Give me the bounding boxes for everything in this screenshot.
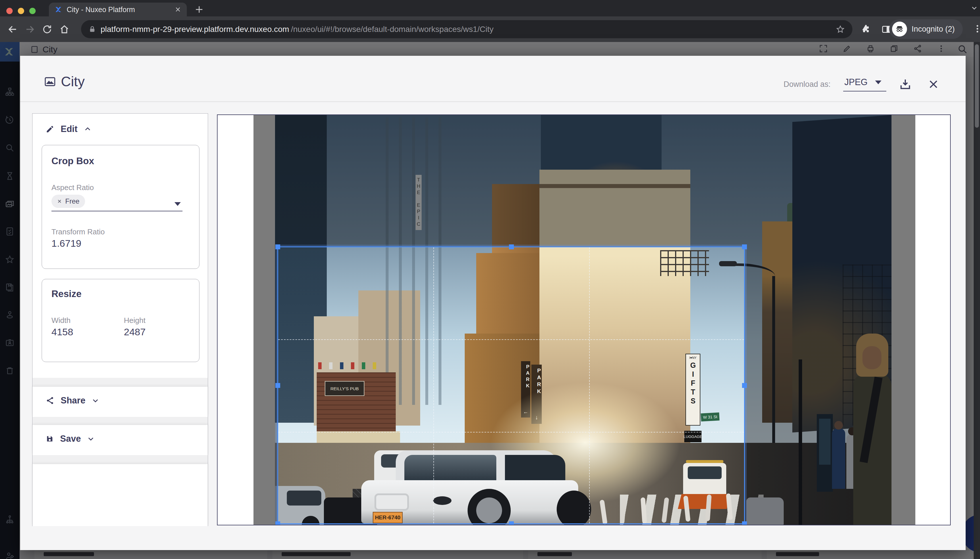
crop-handle-n[interactable]: [509, 245, 514, 249]
crop-box[interactable]: [277, 246, 745, 524]
share-chevron-down-icon: [92, 397, 99, 404]
save-icon: [46, 435, 54, 443]
aspect-select-caret-icon: [175, 202, 181, 206]
crop-guide-vertical-1: [433, 247, 434, 523]
resize-title: Resize: [51, 288, 82, 299]
panel-footer-blank: [33, 464, 208, 526]
download-button[interactable]: [899, 78, 912, 91]
url-bar[interactable]: platform-nmm-pr-29-preview.platform.dev.…: [81, 20, 852, 38]
crop-guide-horizontal-2: [278, 432, 744, 432]
extensions-puzzle-icon[interactable]: [861, 25, 871, 34]
edit-section-header[interactable]: Edit: [33, 114, 208, 134]
traffic-light-zoom[interactable]: [29, 8, 36, 14]
tab-title: City - Nuxeo Platform: [67, 5, 170, 14]
download-format-select[interactable]: JPEG: [843, 77, 886, 91]
download-format-value: JPEG: [844, 77, 868, 88]
height-label: Height: [124, 316, 145, 325]
reload-button[interactable]: [38, 21, 56, 38]
share-icon: [46, 396, 54, 405]
incognito-label: Incognito (2): [912, 25, 955, 34]
bookmark-star-icon[interactable]: [836, 25, 845, 34]
aspect-ratio-select[interactable]: Free: [51, 195, 183, 211]
crop-box-card: Crop Box Aspect Ratio Free Transform Rat…: [42, 145, 200, 269]
browser-tab-strip: City - Nuxeo Platform: [0, 0, 980, 17]
height-input[interactable]: [124, 326, 180, 341]
save-chevron-down-icon: [87, 435, 94, 443]
aspect-ratio-label: Aspect Ratio: [51, 183, 94, 192]
picture-icon: [44, 75, 56, 88]
photo-city[interactable]: THE EPIC REILLY'S PUB: [275, 115, 891, 525]
cropper-shade-top: [275, 115, 891, 246]
save-section-label: Save: [60, 433, 81, 444]
transform-ratio-label: Transform Ratio: [51, 227, 105, 237]
width-input[interactable]: [51, 326, 108, 341]
editor-side-panel: Edit Crop Box Aspect Ratio Free: [32, 113, 208, 526]
incognito-icon: [892, 22, 907, 36]
image-preview-container: THE EPIC REILLY'S PUB: [217, 114, 951, 525]
transform-ratio-input[interactable]: [51, 238, 183, 252]
modal-title-row: City: [44, 74, 85, 89]
crop-handle-sw[interactable]: [276, 521, 280, 525]
resize-card: Resize Width Height: [42, 279, 200, 362]
cropper-shade-right: [745, 246, 891, 525]
crop-handle-nw[interactable]: [276, 245, 280, 249]
aspect-ratio-chip[interactable]: Free: [51, 195, 85, 208]
url-path: /nuxeo/ui/#!/browse/default-domain/works…: [291, 25, 493, 34]
cropper-canvas-margin-left: [254, 115, 275, 525]
crop-handle-se[interactable]: [742, 521, 747, 525]
lock-icon: [89, 25, 96, 34]
image-editor-modal: City Download as: JPEG E: [20, 56, 966, 550]
close-modal-icon[interactable]: [928, 78, 939, 90]
page-scrollbar[interactable]: [974, 42, 980, 559]
traffic-light-minimize[interactable]: [18, 8, 24, 14]
browser-toolbar: platform-nmm-pr-29-preview.platform.dev.…: [0, 17, 980, 42]
edit-section-label: Edit: [61, 124, 78, 134]
browser-menu-icon[interactable]: [973, 24, 980, 34]
aspect-ratio-chip-label: Free: [65, 197, 79, 205]
crop-handle-s[interactable]: [509, 521, 514, 525]
new-tab-button[interactable]: [194, 5, 204, 14]
pencil-icon: [46, 125, 54, 134]
forward-button[interactable]: [21, 21, 38, 38]
crop-handle-e[interactable]: [742, 383, 747, 388]
crop-guide-vertical-2: [589, 247, 590, 523]
save-section-header[interactable]: Save: [33, 425, 208, 444]
tab-close-icon[interactable]: [175, 6, 181, 13]
page-scrollbar-thumb[interactable]: [975, 44, 979, 128]
modal-title: City: [61, 74, 85, 89]
edit-section: Edit Crop Box Aspect Ratio Free: [33, 114, 208, 378]
share-section-header[interactable]: Share: [33, 387, 208, 406]
width-label: Width: [51, 316, 70, 325]
cropper-canvas-margin-right: [891, 115, 915, 525]
crop-handle-ne[interactable]: [742, 245, 747, 249]
back-button[interactable]: [4, 21, 21, 38]
home-button[interactable]: [56, 21, 73, 38]
crop-handle-w[interactable]: [276, 383, 280, 388]
url-domain: platform-nmm-pr-29-preview.platform.dev.…: [101, 25, 289, 34]
tab-favicon-nuxeo-icon: [54, 6, 62, 13]
incognito-badge[interactable]: Incognito (2): [889, 19, 963, 39]
share-section: Share: [33, 387, 208, 417]
chip-remove-icon[interactable]: [57, 199, 62, 203]
chevron-up-icon: [84, 126, 91, 133]
save-section: Save: [33, 425, 208, 455]
traffic-light-close[interactable]: [6, 8, 13, 14]
browser-tab[interactable]: City - Nuxeo Platform: [49, 3, 187, 17]
select-caret-icon: [875, 81, 881, 84]
share-section-label: Share: [61, 395, 85, 406]
crop-box-title: Crop Box: [51, 155, 94, 167]
screen: City - Nuxeo Platform platfor: [0, 0, 980, 559]
download-as-label: Download as:: [784, 80, 831, 89]
tab-search-chevron-icon[interactable]: [970, 4, 978, 12]
crop-guide-horizontal-1: [278, 339, 744, 340]
